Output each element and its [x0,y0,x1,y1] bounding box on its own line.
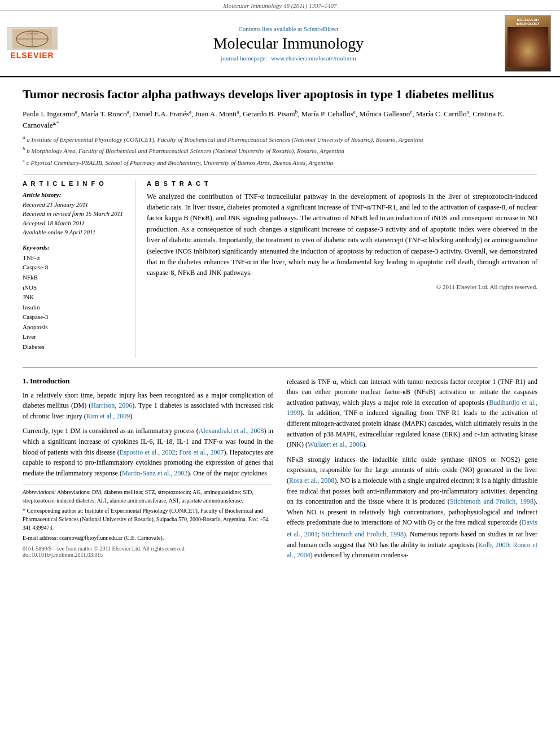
affiliation-c: c c Physical Chemistry-PRALIB, School of… [23,157,537,167]
info-abstract-section: A R T I C L E I N F O Article history: R… [23,180,537,358]
footnotes: Abbreviations: Abbreviations: DM, diabet… [23,484,273,542]
ref-harrison[interactable]: Harrison, 2006 [91,401,132,409]
ref-stichtenoth2[interactable]: Stichtenoth and Frolich, 1998 [322,530,404,538]
article-info-col: A R T I C L E I N F O Article history: R… [23,180,135,358]
affiliation-a: a a Institute of Experimental Physiology… [23,134,537,144]
received-date: Received 21 January 2011 [23,200,128,209]
keyword-caspase3: Caspase-3 [23,312,128,322]
homepage-url[interactable]: www.elsevier.com/locate/molimm [271,55,356,62]
ref-kim[interactable]: Kim et al., 2009 [86,412,130,420]
body-left-col: 1. Introduction In a relatively short ti… [23,377,273,565]
abbreviations-footnote: Abbreviations: Abbreviations: DM, diabet… [23,488,273,505]
corresponding-text: * Corresponding author at: Institute of … [23,508,269,531]
keyword-tnf: TNF-α [23,253,128,263]
article-ids: 0161-5890/$ – see front matter © 2011 El… [23,545,273,558]
sciencedirect-link[interactable]: ScienceDirect [304,25,339,32]
header-divider [23,174,537,174]
journal-homepage-line: journal homepage: www.elsevier.com/locat… [86,55,491,62]
keyword-jnk: JNK [23,292,128,303]
keywords-label: Keywords: [23,244,128,251]
abbreviations-label: Abbreviations: [23,489,56,495]
keyword-caspase8: Caspase-8 [23,263,128,273]
journal-header: ELSEVIER ELSEVIER Contents lists availab… [0,11,560,77]
history-label: Article history: [23,191,128,198]
ref-martin-sanz[interactable]: Martin-Sanz et al., 2002 [122,469,187,477]
svg-text:ELSEVIER: ELSEVIER [25,32,38,35]
keyword-apoptosis: Apoptosis [23,322,128,333]
abbreviations-text: Abbreviations: DM, diabetes mellitus; ST… [23,489,253,504]
keyword-inos: iNOS [23,283,128,293]
contents-label: Contents lists available at [238,25,302,32]
abstract-heading: A B S T R A C T [147,180,537,187]
article-title: Tumor necrosis factor alpha pathways dev… [23,86,537,103]
authors-line: Paola I. Ingaramoa, María T. Roncoa, Dan… [23,108,537,131]
accepted-date: Accepted 18 March 2011 [23,219,128,228]
keyword-insulin: Insulin [23,303,128,313]
ref-stichtenoth1998[interactable]: Stichtenoth and Frolich, 1998 [450,497,533,505]
copyright-notice: © 2011 Elsevier Ltd. All rights reserved… [147,283,537,290]
body-divider [23,367,537,368]
article-info-heading: A R T I C L E I N F O [23,180,128,187]
authors-text: Paola I. Ingaramoa, María T. Roncoa, Dan… [23,110,504,129]
available-online-date: Available online 9 April 2011 [23,228,128,237]
article-history: Article history: Received 21 January 201… [23,191,128,237]
issn-line: 0161-5890/$ – see front matter © 2011 El… [23,545,273,552]
elsevier-logo: ELSEVIER ELSEVIER [7,27,58,60]
ref-alexandraki[interactable]: Alexandraki et al., 2008 [199,427,264,435]
ref-esposito[interactable]: Esposito et al., 2002 [120,448,176,456]
journal-citation: Molecular Immunology 48 (2011) 1397–1407 [224,2,337,9]
publisher-logo-area: ELSEVIER ELSEVIER [7,15,75,72]
keyword-nfkb: NFkB [23,273,128,283]
elsevier-logo-image: ELSEVIER [7,27,58,50]
cover-artwork [508,27,548,67]
intro-para-2: Currently, type 1 DM is considered as an… [23,426,273,478]
journal-name: Molecular Immunology [86,34,491,53]
doi-line: doi:10.1016/j.molimm.2011.03.015 [23,552,273,558]
journal-cover-image: MOLECULARIMMUNOLOGY [505,15,551,72]
cover-title-text: MOLECULARIMMUNOLOGY [516,18,540,26]
ref-wullaert[interactable]: Wullaert et al., 2006 [308,440,363,448]
contents-available-line: Contents lists available at ScienceDirec… [86,25,491,32]
elsevier-brand-text: ELSEVIER [10,51,54,60]
keyword-liver: Liver [23,332,128,342]
journal-citation-bar: Molecular Immunology 48 (2011) 1397–1407 [0,0,560,11]
ref-kolb[interactable]: Kolb, 2000 [478,541,509,549]
affiliations: a a Institute of Experimental Physiology… [23,134,537,167]
keywords-section: Keywords: TNF-α Caspase-8 NFkB iNOS JNK … [23,244,128,352]
body-section: 1. Introduction In a relatively short ti… [23,377,537,565]
abstract-col: A B S T R A C T We analyzed the contribu… [147,180,537,358]
right-intro-para-2: NFκB strongly induces the inducible nitr… [287,455,537,561]
ref-budihardjo[interactable]: Budihardjo et al., 1999 [287,399,537,417]
journal-title-area: Contents lists available at ScienceDirec… [80,15,497,72]
keyword-diabetes: Diabetes [23,342,128,352]
affiliation-b: b b Morphology Area, Faculty of Biochemi… [23,145,537,155]
article-container: Tumor necrosis factor alpha pathways dev… [0,77,560,576]
intro-para-1: In a relatively short time, hepatic inju… [23,390,273,422]
ref-rosa[interactable]: Rosa et al., 2008 [289,477,334,484]
body-right-col: released is TNF-α, which can interact wi… [287,377,537,565]
corresponding-footnote: * Corresponding author at: Institute of … [23,506,273,532]
introduction-heading: 1. Introduction [23,377,273,386]
received-revised-date: Received in revised form 15 March 2011 [23,209,128,219]
journal-cover-area: MOLECULARIMMUNOLOGY [502,15,553,72]
email-text: E-mail address: ccarnova@fbioyf.unr.edu.… [23,535,164,541]
email-footnote: E-mail address: ccarnova@fbioyf.unr.edu.… [23,534,273,542]
ref-foss[interactable]: Foss et al., 2007 [179,448,224,456]
right-intro-para-1: released is TNF-α, which can interact wi… [287,377,537,450]
abstract-text: We analyzed the contribution of TNF-α in… [147,191,537,279]
homepage-label: journal homepage: [221,55,267,62]
